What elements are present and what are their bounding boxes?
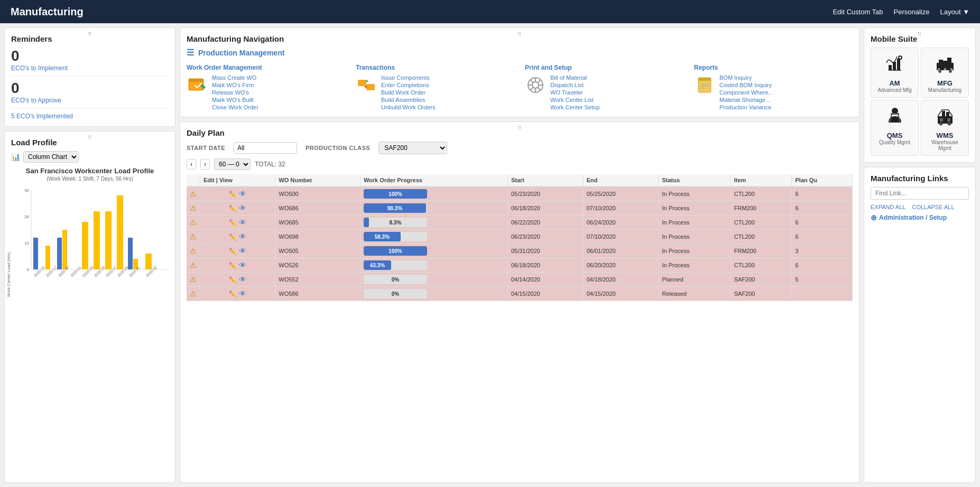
svg-point-73 (948, 122, 951, 125)
progress-bar-container: 100% (364, 246, 427, 256)
wom-links: Mass Create WO Mark WO's Firm Release WO… (212, 74, 258, 110)
nav-section-trans-title[interactable]: Transactions (356, 64, 514, 71)
nav-section-wom-title[interactable]: Work Order Management (187, 64, 345, 71)
plan-qty-cell: 6 (792, 216, 853, 230)
view-icon[interactable]: 👁 (239, 247, 246, 255)
personalize-link[interactable]: Personalize (894, 8, 930, 16)
edit-custom-tab-link[interactable]: Edit Custom Tab (833, 8, 883, 16)
nav-link-component-where[interactable]: Component Where.. (719, 89, 772, 96)
progress-bar-fill: 58.3% (364, 232, 401, 241)
svg-rect-69 (947, 118, 950, 121)
chart-type-select[interactable]: Column Chart (23, 151, 79, 163)
edit-icon[interactable]: ✏️ (229, 291, 237, 298)
status-badge: In Process (662, 262, 689, 268)
edit-icon[interactable]: ✏️ (229, 276, 237, 284)
left-column: ⠿ Reminders 0 ECO's to Implement 0 ECO's… (0, 23, 180, 487)
view-icon[interactable]: 👁 (239, 190, 246, 198)
col-plan-qty: Plan Qu (792, 174, 853, 186)
nav-link-material-shortage[interactable]: Material Shortage .. (719, 97, 772, 103)
plan-qty-cell: 6 (792, 258, 853, 273)
nav-link-mark-wos-firm[interactable]: Mark WO's Firm (212, 82, 258, 88)
svg-text:10: 10 (24, 241, 29, 246)
nav-link-bom[interactable]: Bill of Material (550, 74, 599, 81)
warning-icon: ⚠ (190, 289, 197, 298)
nav-section-print: Print and Setup (525, 64, 683, 110)
col-warn (187, 174, 200, 186)
nav-section-reports-title[interactable]: Reports (694, 64, 853, 71)
nav-link-issue-components[interactable]: Issue Components (381, 74, 436, 81)
view-icon[interactable]: 👁 (239, 275, 246, 284)
svg-point-63 (938, 70, 941, 73)
plan-qty-cell: 6 (792, 186, 853, 201)
edit-icon[interactable]: ✏️ (229, 191, 237, 198)
wo-number-cell: WO685 (275, 216, 360, 230)
nav-link-unbuild-work-orders[interactable]: Unbuild Work Orders (381, 104, 436, 110)
production-mgmt-label: Production Management (198, 49, 284, 57)
production-mgmt-header[interactable]: ☰ Production Management (187, 48, 853, 58)
daily-plan-card: ⠿ Daily Plan START DATE PRODUCTION CLASS… (180, 121, 859, 483)
page-size-select[interactable]: 60 — 0 (214, 158, 251, 170)
status-cell: In Process (659, 258, 731, 273)
suite-item-am[interactable]: AM Advanced Mfg (871, 48, 919, 98)
nav-link-mass-create-wo[interactable]: Mass Create WO (212, 74, 258, 81)
view-icon[interactable]: 👁 (239, 261, 246, 269)
view-icon[interactable]: 👁 (239, 289, 246, 298)
svg-rect-71 (946, 112, 949, 117)
eco-implemented-link[interactable]: 5 ECO's Implemented (11, 113, 73, 120)
progress-cell: 43.3% (360, 258, 507, 273)
suite-item-qms[interactable]: QMS Quality Mgmt (871, 100, 919, 156)
edit-icon[interactable]: ✏️ (229, 205, 237, 212)
nav-link-production-variance[interactable]: Production Variance (719, 104, 772, 110)
nav-sections: Work Order Management Mass Create WO (187, 64, 853, 110)
view-icon[interactable]: 👁 (239, 232, 246, 241)
nav-link-bom-inquiry[interactable]: BOM Inquiry (719, 74, 772, 81)
nav-link-mark-wos-built[interactable]: Mark WO's Built (212, 97, 258, 103)
suite-item-mfg[interactable]: MFG Manufacturing (921, 48, 969, 98)
eco-implement-link[interactable]: ECO's to Implement (11, 64, 169, 72)
next-page-btn[interactable]: › (200, 159, 210, 170)
production-class-select[interactable]: SAF200 (378, 142, 447, 154)
prev-page-btn[interactable]: ‹ (187, 159, 196, 170)
expand-all-btn[interactable]: EXPAND ALL (871, 204, 905, 210)
svg-line-44 (538, 80, 541, 83)
svg-text:20: 20 (24, 214, 29, 219)
admin-section[interactable]: ⊕ Administration / Setup (871, 213, 969, 222)
nav-link-wo-traveler[interactable]: WO Traveler (550, 89, 599, 96)
svg-text:2020-21: 2020-21 (70, 266, 82, 278)
nav-link-work-center-list[interactable]: Work Center List (550, 97, 599, 103)
start-cell: 06/22/2020 (507, 216, 583, 230)
plan-qty-cell: 3 (792, 244, 853, 258)
view-icon[interactable]: 👁 (239, 218, 246, 227)
nav-link-enter-completions[interactable]: Enter Completions (381, 82, 436, 88)
start-date-input[interactable] (234, 142, 297, 154)
wo-number-cell: WO698 (275, 230, 360, 244)
suite-item-wms[interactable]: WMS Warehouse Mgmt (921, 100, 969, 156)
end-cell: 06/01/2020 (583, 244, 659, 258)
svg-line-42 (530, 80, 533, 83)
production-class-label: PRODUCTION CLASS (306, 145, 370, 151)
print-links: Bill of Material Dispatch List WO Travel… (550, 74, 599, 110)
nav-link-costed-bom[interactable]: Costed BOM Inquiry (719, 82, 772, 88)
nav-link-close-work-order[interactable]: Close Work Order (212, 104, 258, 110)
eco-approve-link[interactable]: ECO's to Approve (11, 97, 169, 104)
find-link-input[interactable] (871, 187, 969, 200)
nav-link-work-center-setup[interactable]: Work Center Setup (550, 104, 599, 110)
nav-link-dispatch-list[interactable]: Dispatch List (550, 82, 599, 88)
collapse-all-btn[interactable]: COLLAPSE ALL (912, 204, 954, 210)
edit-icon[interactable]: ✏️ (229, 262, 237, 269)
svg-text:Work Center Load (Hrs): Work Center Load (Hrs) (6, 252, 11, 297)
plus-icon: ⊕ (871, 213, 877, 222)
svg-rect-61 (944, 68, 946, 70)
view-icon[interactable]: 👁 (239, 204, 246, 212)
progress-bar-text: 0% (364, 275, 427, 284)
progress-bar-container: 0% (364, 289, 427, 298)
nav-link-build-assemblies[interactable]: Build Assemblies (381, 97, 436, 103)
warning-icon: ⚠ (190, 218, 197, 227)
nav-section-print-title[interactable]: Print and Setup (525, 64, 683, 71)
layout-link[interactable]: Layout ▼ (940, 8, 969, 16)
edit-icon[interactable]: ✏️ (229, 233, 237, 241)
edit-icon[interactable]: ✏️ (229, 248, 237, 255)
nav-link-build-work-order[interactable]: Build Work Order (381, 89, 436, 96)
nav-link-release-wos[interactable]: Release WO's (212, 89, 258, 96)
edit-icon[interactable]: ✏️ (229, 219, 237, 227)
